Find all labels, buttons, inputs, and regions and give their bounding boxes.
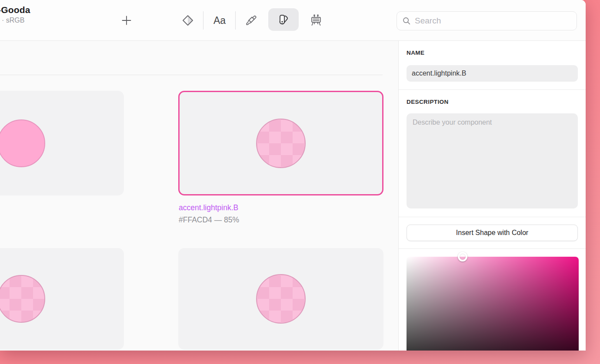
add-button[interactable] (118, 12, 135, 29)
swatch-card-row2-right[interactable] (178, 248, 383, 350)
component-description-textarea[interactable] (407, 113, 578, 208)
typography-tool-button[interactable]: Aa (210, 12, 230, 29)
description-section-label: DESCRIPTION (407, 99, 449, 105)
color-swatches-icon (277, 13, 290, 26)
color-circle-solid (0, 119, 45, 167)
app-window: -Gooda t · sRGB Aa (0, 0, 586, 351)
search-field[interactable] (397, 11, 577, 30)
sidebar-divider (399, 248, 586, 249)
desktop: { "window": { "title": "-Gooda", "subtit… (0, 0, 600, 364)
toolbar-separator (235, 11, 236, 30)
sidebar-divider (399, 89, 586, 90)
color-picker-handle[interactable] (458, 252, 467, 261)
insert-shape-button[interactable]: Insert Shape with Color (407, 225, 578, 241)
swatch-grid: accent.lightpink.B #FFACD4 — 85% (0, 41, 399, 351)
toolbar-separator (203, 11, 203, 30)
colors-tool-button[interactable] (268, 8, 299, 31)
styles-tool-button[interactable] (243, 12, 259, 29)
easel-icon (310, 14, 323, 27)
saturation-brightness-picker[interactable] (407, 257, 579, 351)
selected-swatch-name: accent.lightpink.B (179, 203, 238, 212)
color-circle-alpha (256, 274, 306, 324)
window-subtitle: t · sRGB (0, 17, 30, 24)
canvas-tool-button[interactable] (308, 12, 324, 29)
plus-icon (121, 15, 132, 26)
swatch-card-lightpink-b-selected[interactable] (178, 91, 383, 195)
component-name-input[interactable] (407, 65, 578, 82)
color-circle-alpha (256, 119, 306, 168)
color-circle-alpha (0, 275, 45, 323)
name-section-label: NAME (407, 50, 424, 56)
toolbar: -Gooda t · sRGB Aa (0, 0, 586, 41)
selected-swatch-meta: #FFACD4 — 85% (179, 215, 239, 225)
section-divider (0, 75, 383, 75)
window-title: -Gooda (0, 5, 30, 15)
search-input[interactable] (415, 16, 571, 26)
diamond-shape-icon (181, 14, 194, 27)
swatch-card-lightpink-a[interactable] (0, 91, 124, 195)
content: accent.lightpink.B #FFACD4 — 85% NAME DE… (0, 41, 586, 351)
search-icon (402, 17, 411, 25)
swatch-card-row2-left[interactable] (0, 248, 124, 350)
typography-icon: Aa (213, 15, 226, 26)
inspector-panel: NAME DESCRIPTION Insert Shape with Color (399, 41, 586, 351)
shapes-tool-button[interactable] (180, 12, 196, 29)
paintbrush-icon (244, 14, 257, 27)
sidebar-divider (399, 217, 586, 217)
window-title-block: -Gooda t · sRGB (0, 5, 30, 24)
